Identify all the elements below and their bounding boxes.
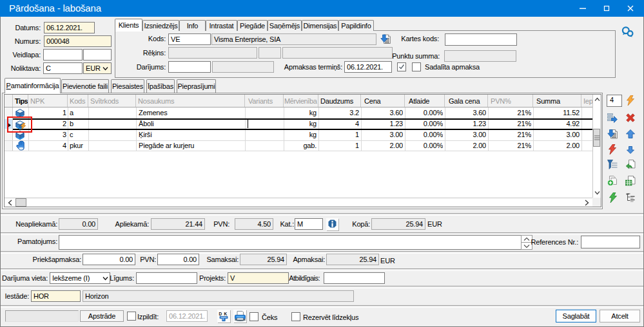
svg-text:D: D [219, 312, 222, 316]
svg-text:K: K [224, 312, 228, 316]
